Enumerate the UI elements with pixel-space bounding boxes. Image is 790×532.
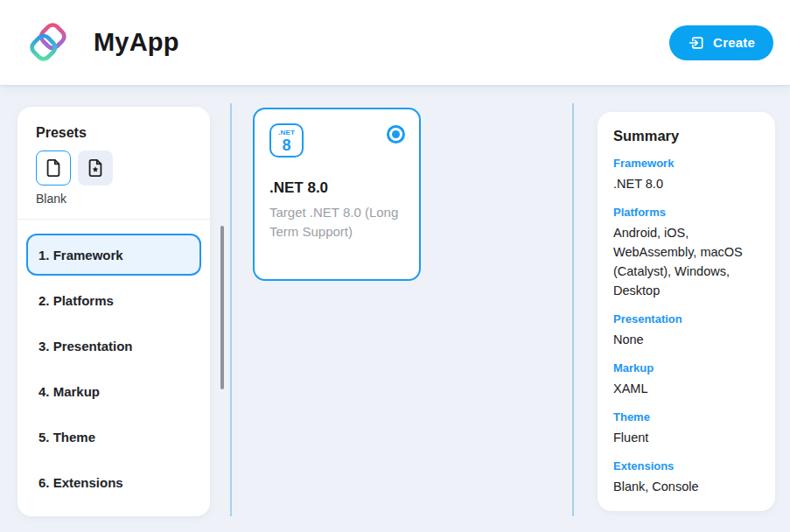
panel-divider-left: [230, 103, 232, 516]
summary-panel: Summary Framework .NET 8.0 Platforms And…: [598, 112, 775, 511]
summary-value: .NET 8.0: [613, 174, 759, 193]
summary-section-framework: Framework .NET 8.0: [613, 157, 759, 193]
preset-options: [36, 150, 192, 186]
step-platforms[interactable]: 2. Platforms: [26, 279, 201, 321]
preset-template-button[interactable]: [78, 150, 113, 186]
summary-label: Theme: [613, 410, 759, 424]
presets-heading: Presets: [36, 125, 192, 141]
summary-value: Fluent: [613, 428, 759, 447]
wizard-sidebar: Presets Blank: [17, 107, 210, 516]
summary-value: Android, iOS, WebAssembly, macOS (Cataly…: [613, 223, 759, 300]
enter-arrow-icon: [688, 34, 705, 52]
summary-value: XAML: [613, 379, 759, 398]
dotnet8-badge-icon: .NET 8: [269, 123, 304, 158]
app-logo-icon: [26, 20, 70, 66]
summary-label: Framework: [613, 157, 759, 170]
page-title: MyApp: [94, 28, 179, 57]
framework-option-card[interactable]: .NET 8 .NET 8.0 Target .NET 8.0 (Long Te…: [253, 108, 421, 281]
starred-file-icon: [86, 158, 105, 178]
blank-file-icon: [44, 158, 63, 178]
main-area: Presets Blank: [0, 85, 790, 532]
step-extensions[interactable]: 6. Extensions: [26, 461, 201, 503]
step-presentation[interactable]: 3. Presentation: [26, 325, 201, 367]
summary-heading: Summary: [613, 128, 759, 144]
summary-section-presentation: Presentation None: [613, 312, 759, 349]
badge-number-label: 8: [282, 137, 290, 153]
summary-section-markup: Markup XAML: [613, 361, 759, 398]
summary-label: Presentation: [613, 312, 759, 326]
summary-label: Platforms: [613, 206, 759, 219]
selected-preset-label: Blank: [36, 192, 192, 206]
summary-value: Blank, Console: [613, 477, 759, 496]
step-theme[interactable]: 5. Theme: [26, 416, 201, 458]
framework-radio-selected[interactable]: [387, 125, 405, 144]
steps-scrollbar[interactable]: [220, 226, 224, 389]
app-header: MyApp Create: [0, 0, 790, 85]
create-button[interactable]: Create: [669, 25, 773, 60]
summary-section-theme: Theme Fluent: [613, 410, 759, 447]
badge-top-label: .NET: [278, 130, 295, 136]
create-button-label: Create: [713, 35, 755, 50]
summary-section-extensions: Extensions Blank, Console: [613, 459, 759, 496]
framework-option-title: .NET 8.0: [269, 179, 405, 197]
summary-label: Markup: [613, 361, 759, 374]
framework-option-description: Target .NET 8.0 (Long Term Support): [269, 203, 409, 242]
panel-divider-right: [572, 103, 574, 516]
step-markup[interactable]: 4. Markup: [26, 370, 201, 412]
step-framework[interactable]: 1. Framework: [26, 234, 201, 276]
summary-value: None: [613, 330, 759, 349]
summary-label: Extensions: [613, 459, 759, 472]
summary-section-platforms: Platforms Android, iOS, WebAssembly, mac…: [613, 206, 759, 300]
wizard-steps: 1. Framework 2. Platforms 3. Presentatio…: [17, 220, 210, 503]
preset-blank-button[interactable]: [36, 150, 71, 186]
